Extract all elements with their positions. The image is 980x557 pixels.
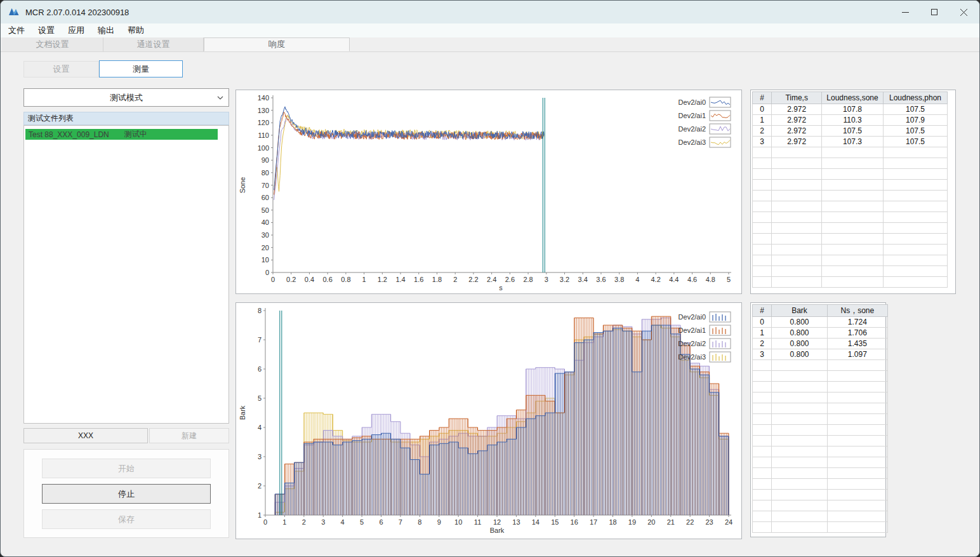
svg-text:3.8: 3.8 bbox=[614, 276, 624, 283]
maximize-button[interactable] bbox=[920, 1, 949, 23]
menu-apply[interactable]: 应用 bbox=[63, 25, 89, 36]
minimize-button[interactable] bbox=[891, 1, 920, 23]
table-cell bbox=[883, 147, 947, 158]
test-file-list[interactable]: Test 88_XXX_009_LDN 测试中 bbox=[23, 125, 229, 424]
column-header[interactable]: Ns，sone bbox=[827, 305, 887, 317]
svg-text:14: 14 bbox=[532, 518, 540, 526]
table-cell bbox=[883, 223, 947, 234]
subtab-settings[interactable]: 设置 bbox=[23, 61, 99, 77]
svg-text:100: 100 bbox=[258, 144, 269, 152]
test-mode-dropdown[interactable]: 测试模式 bbox=[23, 88, 229, 107]
table-cell bbox=[822, 147, 884, 158]
table-cell bbox=[753, 371, 772, 382]
tab-channel-settings[interactable]: 通道设置 bbox=[103, 37, 204, 51]
table-cell bbox=[772, 425, 827, 436]
column-header[interactable]: # bbox=[753, 305, 772, 317]
table-cell bbox=[827, 436, 887, 446]
column-header[interactable]: # bbox=[753, 92, 772, 104]
svg-text:7: 7 bbox=[258, 336, 262, 344]
table-cell: 0.800 bbox=[772, 339, 827, 349]
svg-text:2.6: 2.6 bbox=[505, 276, 515, 283]
table-cell bbox=[822, 212, 884, 223]
column-header[interactable]: Time,s bbox=[772, 92, 822, 104]
table-cell bbox=[753, 360, 772, 371]
list-item[interactable]: Test 88_XXX_009_LDN 测试中 bbox=[25, 129, 218, 140]
table-cell bbox=[753, 169, 772, 180]
table-cell bbox=[753, 425, 772, 436]
svg-text:20: 20 bbox=[647, 518, 655, 526]
table-empty-row bbox=[753, 490, 888, 500]
table-cell bbox=[883, 191, 947, 201]
svg-text:1: 1 bbox=[362, 276, 366, 283]
table-cell: 107.5 bbox=[883, 126, 947, 137]
svg-text:23: 23 bbox=[705, 518, 713, 526]
bark-table: #BarkNs，sone00.8001.72410.8001.70620.800… bbox=[752, 304, 888, 533]
table-empty-row bbox=[753, 266, 948, 277]
svg-text:1.6: 1.6 bbox=[414, 276, 423, 283]
menu-file[interactable]: 文件 bbox=[3, 25, 30, 36]
table-cell: 2 bbox=[753, 339, 772, 349]
app-icon bbox=[8, 6, 20, 18]
table-row[interactable]: 30.8001.097 bbox=[753, 349, 888, 360]
tab-loudness[interactable]: 响度 bbox=[204, 37, 350, 51]
svg-text:2: 2 bbox=[258, 482, 262, 490]
tab-document-settings[interactable]: 文档设置 bbox=[2, 37, 103, 51]
table-row[interactable]: 02.972107.8107.5 bbox=[753, 104, 948, 115]
svg-text:10: 10 bbox=[454, 518, 462, 526]
table-cell bbox=[753, 403, 772, 414]
menu-help[interactable]: 帮助 bbox=[122, 25, 149, 36]
loudness-time-chart[interactable]: 00.20.40.60.811.21.41.61.822.22.42.62.83… bbox=[236, 90, 741, 293]
svg-text:4.4: 4.4 bbox=[669, 276, 679, 283]
menu-output[interactable]: 输出 bbox=[93, 25, 119, 36]
save-button[interactable]: 保存 bbox=[42, 509, 211, 529]
subtab-measure[interactable]: 测量 bbox=[99, 60, 183, 77]
table-empty-row bbox=[753, 255, 948, 266]
main-tabstrip: 文档设置 通道设置 响度 bbox=[1, 37, 979, 52]
svg-text:80: 80 bbox=[262, 169, 269, 177]
xxx-button[interactable]: XXX bbox=[23, 428, 148, 443]
table-cell: 0 bbox=[753, 104, 772, 115]
svg-text:Dev2/ai0: Dev2/ai0 bbox=[679, 98, 706, 106]
close-button[interactable] bbox=[949, 1, 978, 23]
table-cell bbox=[772, 277, 822, 288]
table-cell bbox=[827, 500, 887, 511]
table-empty-row bbox=[753, 201, 948, 212]
table-cell: 3 bbox=[753, 137, 772, 147]
table-empty-row bbox=[753, 457, 888, 468]
table-row[interactable]: 10.8001.706 bbox=[753, 328, 888, 339]
svg-text:21: 21 bbox=[667, 518, 675, 526]
start-button[interactable]: 开始 bbox=[42, 459, 211, 478]
specific-loudness-chart[interactable]: 0123456789101112131415161718192021222324… bbox=[236, 303, 741, 539]
table-row[interactable]: 32.972107.3107.5 bbox=[753, 137, 948, 147]
table-row[interactable]: 22.972107.5107.5 bbox=[753, 126, 948, 137]
svg-text:3.4: 3.4 bbox=[578, 276, 588, 283]
table-cell: 0 bbox=[753, 317, 772, 328]
table-header-row: #Time,sLoudness,soneLoudness,phon bbox=[753, 92, 948, 104]
svg-text:9: 9 bbox=[437, 518, 441, 526]
table-row[interactable]: 20.8001.435 bbox=[753, 339, 888, 349]
table-cell bbox=[883, 266, 947, 277]
table-cell bbox=[772, 522, 827, 533]
svg-text:140: 140 bbox=[258, 94, 269, 102]
svg-text:s: s bbox=[499, 284, 503, 292]
svg-text:15: 15 bbox=[551, 518, 559, 526]
table-cell bbox=[822, 169, 884, 180]
svg-text:2: 2 bbox=[302, 518, 306, 526]
svg-text:Dev2/ai1: Dev2/ai1 bbox=[679, 326, 706, 334]
specific-loudness-chart-panel: 0123456789101112131415161718192021222324… bbox=[235, 302, 742, 539]
table-cell bbox=[772, 201, 822, 212]
loudness-table-panel: #Time,sLoudness,soneLoudness,phon02.9721… bbox=[750, 90, 956, 294]
table-row[interactable]: 12.972110.3107.9 bbox=[753, 115, 948, 126]
svg-text:18: 18 bbox=[609, 518, 616, 526]
table-row[interactable]: 00.8001.724 bbox=[753, 317, 888, 328]
table-cell bbox=[753, 212, 772, 223]
column-header[interactable]: Loudness,sone bbox=[822, 92, 884, 104]
stop-button[interactable]: 停止 bbox=[42, 484, 211, 504]
new-button[interactable]: 新建 bbox=[149, 428, 229, 443]
svg-text:Dev2/ai3: Dev2/ai3 bbox=[679, 138, 706, 146]
menu-settings[interactable]: 设置 bbox=[33, 25, 60, 36]
column-header[interactable]: Loudness,phon bbox=[883, 92, 947, 104]
table-cell bbox=[772, 158, 822, 169]
svg-text:8: 8 bbox=[258, 307, 262, 314]
column-header[interactable]: Bark bbox=[772, 305, 827, 317]
